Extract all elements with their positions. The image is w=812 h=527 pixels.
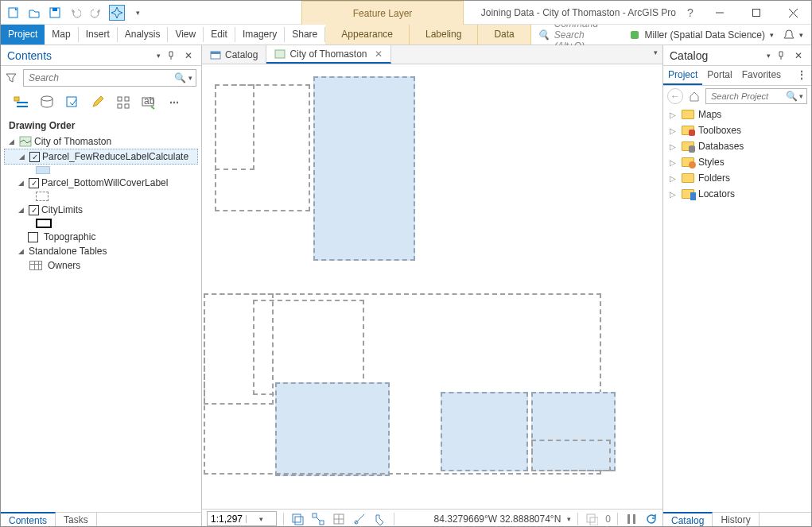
- catalog-search[interactable]: 🔍 ▾: [705, 88, 807, 104]
- catalog-footer-tab-catalog[interactable]: Catalog: [663, 512, 713, 527]
- contents-search-input[interactable]: [27, 72, 174, 84]
- user-menu[interactable]: Miller (Spatial Data Science) ▾ ▾: [623, 25, 811, 45]
- chevron-down-icon[interactable]: ▾: [188, 74, 192, 82]
- view-tabs-dropdown-icon[interactable]: ▾: [654, 48, 658, 56]
- catalog-item-locators[interactable]: ▷ Locators: [663, 186, 811, 202]
- home-icon[interactable]: [686, 88, 702, 104]
- sb-constraints-icon[interactable]: [352, 512, 367, 526]
- ribbon-tab-project[interactable]: Project: [1, 25, 45, 45]
- catalog-tab-portal[interactable]: Portal: [702, 66, 736, 85]
- maximize-button[interactable]: [738, 1, 775, 25]
- scale-selector[interactable]: 1:1,297 ▾: [207, 511, 277, 526]
- refresh-icon[interactable]: [645, 513, 658, 525]
- catalog-tab-project[interactable]: Project: [663, 66, 702, 85]
- sb-selection-icon[interactable]: [290, 512, 305, 526]
- collapse-icon[interactable]: ◢: [19, 153, 27, 161]
- ribbon-tab-view[interactable]: View: [168, 25, 203, 45]
- view-tab-catalog[interactable]: Catalog: [202, 45, 266, 64]
- catalog-item-maps[interactable]: ▷ Maps: [663, 107, 811, 122]
- close-tab-icon[interactable]: ✕: [375, 48, 383, 60]
- save-icon[interactable]: [47, 5, 63, 21]
- expand-icon[interactable]: ▷: [670, 126, 678, 135]
- list-by-editing-icon[interactable]: [90, 95, 106, 110]
- list-by-snapping-icon[interactable]: [115, 95, 131, 110]
- undo-icon[interactable]: [68, 5, 84, 21]
- view-tab-map[interactable]: City of Thomaston ✕: [266, 45, 390, 64]
- layer-symbol[interactable]: [4, 165, 198, 176]
- chevron-down-icon[interactable]: ▾: [799, 92, 803, 100]
- close-button[interactable]: [775, 1, 811, 25]
- layer-item[interactable]: Topographic: [4, 230, 198, 244]
- catalog-item-toolboxes[interactable]: ▷ Toolboxes: [663, 122, 811, 138]
- catalog-tab-favorites[interactable]: Favorites: [737, 66, 786, 85]
- collapse-icon[interactable]: ◢: [18, 206, 26, 214]
- ribbon-tab-insert[interactable]: Insert: [79, 25, 117, 45]
- pane-menu-icon[interactable]: ▾: [152, 52, 165, 60]
- expand-icon[interactable]: ▷: [670, 158, 678, 167]
- pane-menu-icon[interactable]: ▾: [762, 52, 775, 60]
- catalog-item-databases[interactable]: ▷ Databases: [663, 138, 811, 154]
- list-by-drawing-order-icon[interactable]: [14, 95, 29, 110]
- notifications-icon[interactable]: [783, 29, 795, 41]
- expand-icon[interactable]: ▷: [670, 174, 678, 183]
- catalog-footer-tab-history[interactable]: History: [713, 513, 759, 527]
- catalog-tabs-more-icon[interactable]: ⋮: [792, 66, 811, 85]
- chevron-down-icon[interactable]: ▾: [246, 515, 276, 523]
- catalog-item-folders[interactable]: ▷ Folders: [663, 170, 811, 186]
- redo-icon[interactable]: [88, 5, 104, 21]
- autohide-icon[interactable]: [167, 51, 180, 60]
- collapse-icon[interactable]: ◢: [18, 247, 26, 255]
- layer-item[interactable]: ◢ ✓ CityLimits: [4, 203, 198, 217]
- search-icon[interactable]: 🔍: [174, 72, 186, 83]
- collapse-icon[interactable]: ◢: [9, 138, 17, 145]
- layer-checkbox[interactable]: [28, 232, 38, 242]
- layer-symbol[interactable]: [4, 190, 198, 203]
- map-canvas[interactable]: [202, 64, 662, 509]
- layer-checkbox[interactable]: ✓: [29, 178, 39, 188]
- layer-item[interactable]: ◢ ✓ Parcel_BottomWillCoverLabel: [4, 176, 198, 190]
- new-project-icon[interactable]: [6, 5, 21, 21]
- search-icon[interactable]: 🔍: [786, 91, 798, 102]
- sb-correction-icon[interactable]: [373, 512, 387, 526]
- list-by-labeling-icon[interactable]: ab: [141, 95, 157, 110]
- ribbon-tab-share[interactable]: Share: [285, 25, 324, 45]
- ribbon-tab-data[interactable]: Data: [478, 25, 530, 45]
- ribbon-tab-map[interactable]: Map: [45, 25, 77, 45]
- ribbon-tab-appearance[interactable]: Appearance: [325, 25, 410, 45]
- list-by-source-icon[interactable]: [39, 95, 55, 110]
- expand-icon[interactable]: ▷: [670, 190, 678, 199]
- sb-selected-features-icon[interactable]: [585, 512, 599, 526]
- ribbon-tab-edit[interactable]: Edit: [204, 25, 235, 45]
- table-item[interactable]: Owners: [4, 258, 198, 273]
- sb-grid-icon[interactable]: [332, 512, 346, 526]
- filter-icon[interactable]: [6, 72, 20, 83]
- minimize-button[interactable]: [701, 1, 738, 25]
- contents-search[interactable]: 🔍 ▾: [23, 69, 196, 87]
- ribbon-tab-imagery[interactable]: Imagery: [235, 25, 284, 45]
- expand-icon[interactable]: ▷: [670, 142, 678, 151]
- more-icon[interactable]: ⋯: [166, 95, 182, 110]
- layer-checkbox[interactable]: ✓: [29, 152, 40, 162]
- contents-footer-tab-tasks[interactable]: Tasks: [56, 513, 97, 527]
- help-icon[interactable]: ?: [681, 1, 700, 25]
- ribbon-tab-analysis[interactable]: Analysis: [118, 25, 168, 45]
- back-icon[interactable]: ←: [667, 88, 683, 104]
- ribbon-tab-labeling[interactable]: Labeling: [410, 25, 478, 45]
- expand-icon[interactable]: ▷: [670, 110, 678, 119]
- catalog-item-styles[interactable]: ▷ Styles: [663, 154, 811, 170]
- collapse-icon[interactable]: ◢: [18, 179, 26, 187]
- command-search[interactable]: 🔍 Command Search (Alt+Q): [531, 25, 623, 45]
- layer-item[interactable]: ◢ ✓ Parcel_FewReduceLabelCalculate: [4, 149, 198, 165]
- contents-footer-tab-contents[interactable]: Contents: [1, 512, 56, 527]
- explore-tool-icon[interactable]: [109, 5, 125, 21]
- pause-drawing-icon[interactable]: [624, 512, 639, 526]
- layer-symbol[interactable]: [4, 217, 198, 230]
- autohide-icon[interactable]: [777, 51, 790, 60]
- map-node[interactable]: ◢ City of Thomaston: [4, 134, 198, 149]
- catalog-search-input[interactable]: [709, 91, 786, 102]
- layer-checkbox[interactable]: ✓: [29, 205, 39, 215]
- open-project-icon[interactable]: [26, 5, 42, 21]
- sb-snap-icon[interactable]: [311, 512, 325, 526]
- standalone-tables-node[interactable]: ◢ Standalone Tables: [4, 244, 198, 258]
- chevron-down-icon[interactable]: ▾: [567, 515, 571, 523]
